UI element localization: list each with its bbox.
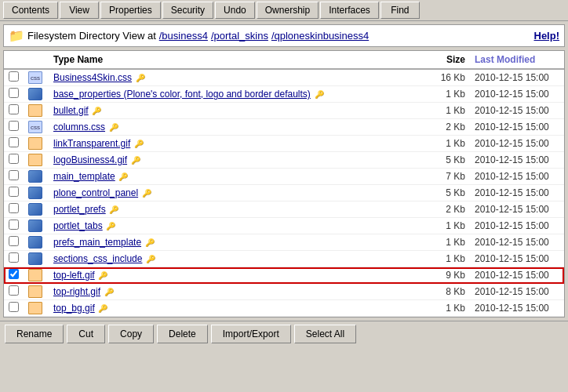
table-row: main_template 🔑7 Kb2010-12-15 15:00	[4, 169, 564, 185]
file-name-link[interactable]: portlet_tabs	[53, 220, 103, 231]
path-segment-business4[interactable]: /business4	[159, 30, 208, 42]
file-size: 2 Kb	[415, 119, 470, 136]
tab-security[interactable]: Security	[162, 2, 213, 19]
edit-icon[interactable]: 🔑	[90, 107, 102, 115]
file-name-cell: sections_css_include 🔑	[49, 251, 415, 267]
path-segment-qploneskinbusiness4[interactable]: /qploneskinbusiness4	[271, 30, 369, 42]
tab-find[interactable]: Find	[380, 2, 420, 19]
edit-icon[interactable]: 🔑	[312, 90, 324, 99]
file-name-cell: linkTransparent.gif 🔑	[49, 136, 415, 152]
file-size: 9 Kb	[415, 267, 470, 284]
header-type-name: Type Name	[49, 51, 415, 69]
file-name-link[interactable]: top_bg.gif	[53, 303, 95, 314]
file-type-icon	[24, 267, 49, 284]
file-modified: 2010-12-15 15:00	[470, 69, 564, 86]
select-all-button[interactable]: Select All	[294, 325, 356, 343]
file-modified: 2010-12-15 15:00	[470, 136, 564, 152]
file-name-cell: portlet_tabs 🔑	[49, 218, 415, 234]
table-row: top-left.gif 🔑9 Kb2010-12-15 15:00	[4, 267, 564, 284]
rename-button[interactable]: Rename	[5, 325, 64, 343]
table-row: portlet_prefs 🔑2 Kb2010-12-15 15:00	[4, 201, 564, 218]
file-size: 5 Kb	[415, 152, 470, 169]
file-size: 2 Kb	[415, 201, 470, 218]
row-checkbox[interactable]	[9, 285, 19, 296]
file-name-link[interactable]: bullet.gif	[53, 105, 89, 116]
file-name-link[interactable]: columns.css	[53, 122, 105, 132]
edit-icon[interactable]: 🔑	[107, 123, 118, 132]
edit-icon[interactable]: 🔑	[96, 304, 108, 313]
tab-interfaces[interactable]: Interfaces	[320, 2, 379, 19]
file-type-icon	[24, 103, 49, 119]
file-size: 1 Kb	[415, 300, 470, 317]
edit-icon[interactable]: 🔑	[132, 140, 144, 148]
edit-icon[interactable]: 🔑	[129, 156, 140, 165]
file-name-link[interactable]: top-left.gif	[53, 270, 95, 281]
file-name-link[interactable]: prefs_main_template	[53, 237, 141, 248]
path-segment-portal-skins[interactable]: /portal_skins	[211, 30, 268, 42]
file-name-link[interactable]: main_template	[53, 171, 115, 182]
table-row: top-right.gif 🔑8 Kb2010-12-15 15:00	[4, 284, 564, 300]
row-checkbox[interactable]	[9, 252, 19, 263]
row-checkbox[interactable]	[9, 104, 19, 114]
file-type-icon	[24, 300, 49, 317]
file-type-icon	[24, 234, 49, 251]
row-checkbox[interactable]	[9, 170, 19, 180]
edit-icon[interactable]: 🔑	[144, 255, 155, 263]
table-row: prefs_main_template 🔑1 Kb2010-12-15 15:0…	[4, 234, 564, 251]
edit-icon[interactable]: 🔑	[133, 74, 145, 82]
file-name-link[interactable]: sections_css_include	[53, 253, 142, 264]
file-size: 1 Kb	[415, 86, 470, 103]
row-checkbox[interactable]	[9, 88, 19, 98]
file-type-icon: css	[24, 119, 49, 136]
file-type-icon	[24, 86, 49, 103]
folder-icon: 📁	[9, 28, 24, 43]
file-type-icon	[24, 218, 49, 234]
file-browser: Type Name Size Last Modified cssBusiness…	[3, 50, 565, 318]
row-checkbox[interactable]	[9, 302, 19, 312]
edit-icon[interactable]: 🔑	[96, 271, 108, 280]
row-checkbox[interactable]	[9, 121, 19, 131]
row-checkbox[interactable]	[9, 269, 19, 279]
edit-icon[interactable]: 🔑	[117, 172, 129, 181]
help-link[interactable]: Help!	[534, 30, 560, 42]
file-name-link[interactable]: plone_control_panel	[53, 187, 138, 198]
tab-view[interactable]: View	[60, 2, 99, 19]
tab-contents[interactable]: Contents	[3, 2, 58, 19]
file-name-link[interactable]: base_properties (Plone's color, font, lo…	[53, 89, 311, 100]
file-size: 16 Kb	[415, 69, 470, 86]
row-checkbox[interactable]	[9, 187, 19, 197]
copy-button[interactable]: Copy	[108, 325, 154, 343]
tab-undo[interactable]: Undo	[215, 2, 255, 19]
file-name-link[interactable]: logoBusiness4.gif	[53, 154, 127, 165]
file-name-link[interactable]: portlet_prefs	[53, 204, 106, 215]
file-size: 1 Kb	[415, 136, 470, 152]
delete-button[interactable]: Delete	[157, 325, 208, 343]
table-row: portlet_tabs 🔑1 Kb2010-12-15 15:00	[4, 218, 564, 234]
import-export-button[interactable]: Import/Export	[211, 325, 291, 343]
tab-ownership[interactable]: Ownership	[257, 2, 319, 19]
file-list: cssBusiness4Skin.css 🔑16 Kb2010-12-15 15…	[4, 69, 564, 317]
row-checkbox[interactable]	[9, 137, 19, 147]
file-modified: 2010-12-15 15:00	[470, 251, 564, 267]
file-modified: 2010-12-15 15:00	[470, 103, 564, 119]
row-checkbox[interactable]	[9, 154, 19, 164]
edit-icon[interactable]: 🔑	[102, 288, 114, 296]
edit-icon[interactable]: 🔑	[104, 222, 116, 230]
file-name-cell: main_template 🔑	[49, 169, 415, 185]
row-checkbox[interactable]	[9, 236, 19, 246]
row-checkbox[interactable]	[9, 203, 19, 213]
file-name-link[interactable]: top-right.gif	[53, 286, 100, 297]
file-name-link[interactable]: linkTransparent.gif	[53, 138, 130, 149]
table-row: sections_css_include 🔑1 Kb2010-12-15 15:…	[4, 251, 564, 267]
row-checkbox[interactable]	[9, 71, 19, 82]
row-checkbox[interactable]	[9, 220, 19, 230]
table-row: linkTransparent.gif 🔑1 Kb2010-12-15 15:0…	[4, 136, 564, 152]
file-modified: 2010-12-15 15:00	[470, 119, 564, 136]
edit-icon[interactable]: 🔑	[143, 238, 155, 247]
edit-icon[interactable]: 🔑	[107, 205, 119, 214]
cut-button[interactable]: Cut	[67, 325, 105, 343]
file-name-link[interactable]: Business4Skin.css	[53, 72, 132, 83]
action-bar: Rename Cut Copy Delete Import/Export Sel…	[0, 321, 568, 347]
tab-properties[interactable]: Properties	[100, 2, 161, 19]
edit-icon[interactable]: 🔑	[140, 189, 151, 198]
